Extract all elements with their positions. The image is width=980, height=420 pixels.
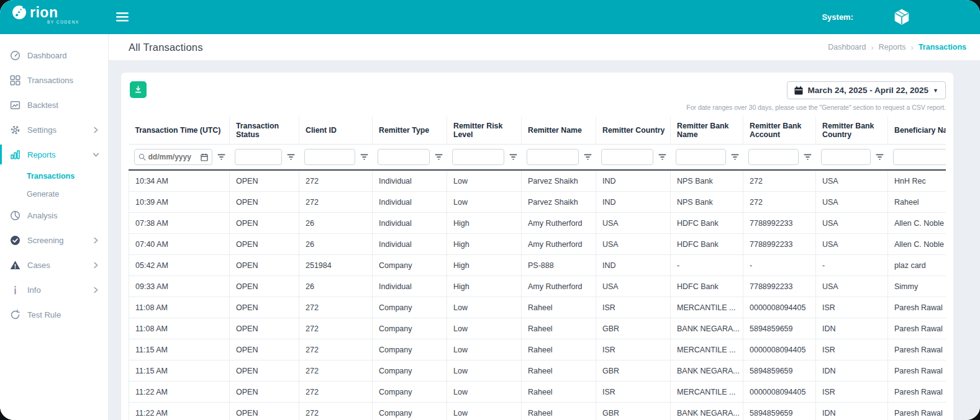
transaction-row[interactable]: 07:40 AMOPEN26IndividualHighAmy Rutherfo… <box>129 234 946 255</box>
column-filter-button[interactable] <box>658 153 667 161</box>
date-filter-field[interactable] <box>134 149 212 165</box>
sidebar-subitem-label: Transactions <box>27 172 75 181</box>
sidebar-item-analysis[interactable]: Analysis <box>0 203 108 228</box>
transaction-row[interactable]: 07:38 AMOPEN26IndividualHighAmy Rutherfo… <box>129 213 946 234</box>
transaction-cell: 251984 <box>299 255 373 276</box>
filter-input-2[interactable] <box>304 149 355 165</box>
transaction-row[interactable]: 11:15 AMOPEN272CompanyLowRaheelISRMERCAN… <box>129 339 946 360</box>
column-header-remitter-type[interactable]: Remitter Type <box>373 117 447 145</box>
cases-warning-icon <box>10 260 20 270</box>
transaction-cell: 272 <box>299 382 373 403</box>
sidebar-item-transactions[interactable]: Transactions <box>0 68 108 92</box>
cube-icon[interactable] <box>892 7 912 27</box>
sidebar-subitem-generate[interactable]: Generate <box>0 185 108 203</box>
transaction-row[interactable]: 10:34 AMOPEN272IndividualLowParvez Shaik… <box>129 170 946 192</box>
column-header-transaction-time-utc-[interactable]: Transaction Time (UTC) <box>129 117 230 145</box>
download-csv-button[interactable] <box>130 81 147 98</box>
filter-input-5[interactable] <box>527 149 579 165</box>
backtest-image-icon <box>10 100 20 110</box>
column-filter-button[interactable] <box>509 153 518 161</box>
breadcrumb-reports[interactable]: Reports <box>879 43 906 51</box>
filter-input-9[interactable] <box>821 149 871 165</box>
calendar-small-icon[interactable] <box>201 153 208 161</box>
sidebar-item-info[interactable]: Info <box>0 277 108 302</box>
filter-input-1[interactable] <box>235 149 282 165</box>
transaction-cell: USA <box>816 170 888 192</box>
column-header-remitter-name[interactable]: Remitter Name <box>522 117 596 145</box>
column-filter-button[interactable] <box>875 153 884 161</box>
filter-input-7[interactable] <box>676 149 726 165</box>
breadcrumb-transactions[interactable]: Transactions <box>919 43 966 51</box>
sidebar-item-test-rule[interactable]: Test Rule <box>0 302 108 327</box>
transaction-cell: Raheel <box>522 360 596 382</box>
transaction-cell: 07:38 AM <box>129 213 230 234</box>
breadcrumb-dashboard[interactable]: Dashboard <box>828 43 866 51</box>
download-icon <box>134 86 142 94</box>
transaction-cell: Simmy <box>888 276 946 297</box>
transaction-cell: 272 <box>299 360 373 382</box>
calendar-icon <box>794 86 803 95</box>
column-header-remitter-bank-country[interactable]: Remitter Bank Country <box>816 117 888 145</box>
column-filter-button[interactable] <box>217 153 226 161</box>
brand-byline: by CODENX <box>47 20 109 24</box>
transaction-row[interactable]: 11:22 AMOPEN272CompanyLowRaheelISRMERCAN… <box>129 382 946 403</box>
transaction-row[interactable]: 11:08 AMOPEN272CompanyLowRaheelISRMERCAN… <box>129 297 946 318</box>
column-filter-button[interactable] <box>583 153 592 161</box>
transaction-row[interactable]: 05:42 AMOPEN251984CompanyHighPS-888IND--… <box>129 255 946 276</box>
transaction-row[interactable]: 11:15 AMOPEN272CompanyLowRaheelGBRBANK N… <box>129 360 946 382</box>
date-filter-input[interactable] <box>148 153 198 161</box>
sidebar-subitem-transactions[interactable]: Transactions <box>0 167 108 185</box>
filter-input-8[interactable] <box>748 149 799 165</box>
sidebar-item-settings[interactable]: Settings <box>0 117 108 142</box>
transaction-cell: BANK NEGARA... <box>671 360 743 382</box>
sidebar-item-dashboard[interactable]: Dashboard <box>0 43 108 68</box>
column-filter-button[interactable] <box>730 153 740 161</box>
transaction-cell: Raheel <box>522 318 596 339</box>
date-range-picker[interactable]: March 24, 2025 - April 22, 2025 ▼ <box>787 81 946 99</box>
transaction-cell: Low <box>447 403 522 420</box>
transaction-row[interactable]: 11:22 AMOPEN272CompanyLowRaheelGBRBANK N… <box>129 403 946 420</box>
transaction-cell: High <box>447 234 522 255</box>
transaction-cell: NPS Bank <box>671 192 743 213</box>
transaction-cell: IDN <box>816 318 888 339</box>
column-filter-button[interactable] <box>286 153 296 161</box>
filter-input-10[interactable] <box>893 149 946 165</box>
transaction-cell: OPEN <box>230 360 299 382</box>
filter-icon <box>803 153 812 161</box>
transaction-cell: 272 <box>299 403 373 420</box>
transaction-cell: HDFC Bank <box>671 276 743 297</box>
date-range-label: March 24, 2025 - April 22, 2025 <box>807 86 928 95</box>
sidebar-item-reports[interactable]: Reports <box>0 142 108 167</box>
column-filter-button[interactable] <box>360 153 369 161</box>
transaction-cell: 7788992233 <box>743 213 816 234</box>
transaction-cell: 272 <box>743 192 816 213</box>
sidebar-item-cases[interactable]: Cases <box>0 252 108 277</box>
column-header-transaction-status[interactable]: Transaction Status <box>230 117 299 145</box>
filter-input-6[interactable] <box>601 149 653 165</box>
column-header-remitter-country[interactable]: Remitter Country <box>596 117 671 145</box>
transaction-cell: Amy Rutherford <box>522 213 596 234</box>
orion-logo-icon <box>11 4 27 20</box>
column-header-remitter-bank-account[interactable]: Remitter Bank Account <box>743 117 816 145</box>
column-header-client-id[interactable]: Client ID <box>299 117 373 145</box>
transaction-row[interactable]: 09:33 AMOPEN26IndividualHighAmy Rutherfo… <box>129 276 946 297</box>
transaction-cell: USA <box>596 276 671 297</box>
sidebar-item-backtest[interactable]: Backtest <box>0 92 108 117</box>
transaction-cell: OPEN <box>230 403 299 420</box>
column-filter-button[interactable] <box>803 153 812 161</box>
hamburger-menu-icon[interactable] <box>116 12 129 22</box>
column-header-beneficiary-name[interactable]: Beneficiary Name <box>888 117 946 145</box>
transaction-row[interactable]: 11:08 AMOPEN272CompanyLowRaheelGBRBANK N… <box>129 318 946 339</box>
filter-input-3[interactable] <box>378 149 430 165</box>
test-rule-refresh-icon <box>10 310 20 320</box>
transaction-cell: Paresh Rawal <box>888 360 946 382</box>
orion-logo[interactable]: rion by CODENX <box>0 0 109 34</box>
transaction-row[interactable]: 10:39 AMOPEN272IndividualLowParvez Shaik… <box>129 192 946 213</box>
column-filter-button[interactable] <box>434 153 443 161</box>
filter-input-4[interactable] <box>452 149 504 165</box>
column-header-remitter-bank-name[interactable]: Remitter Bank Name <box>671 117 743 145</box>
transaction-cell: Raheel <box>888 192 946 213</box>
transaction-cell: 11:15 AM <box>129 339 230 360</box>
column-header-remitter-risk-level[interactable]: Remitter Risk Level <box>447 117 522 145</box>
sidebar-item-screening[interactable]: Screening <box>0 228 108 252</box>
